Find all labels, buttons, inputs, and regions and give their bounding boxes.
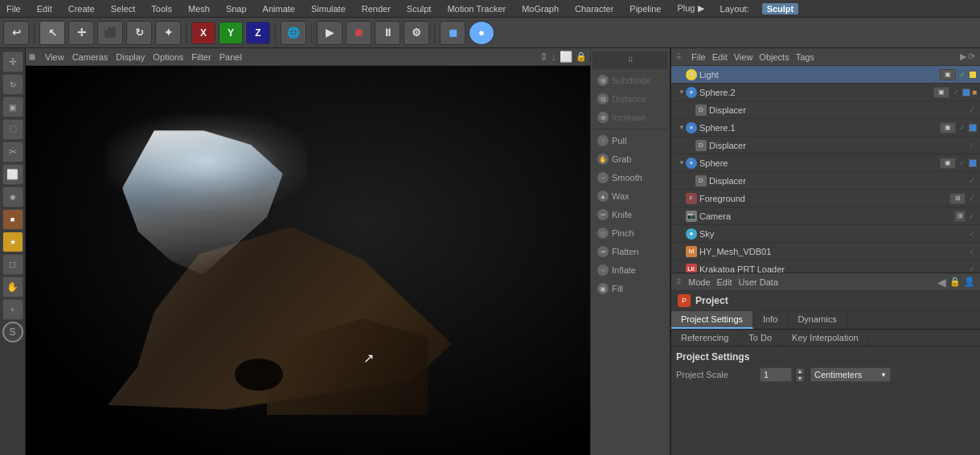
obj-vis-sphere1[interactable]: ▣ <box>940 122 956 133</box>
props-header-mode[interactable]: Mode <box>688 277 711 287</box>
obj-vis-fg[interactable]: ⊞ <box>949 193 966 204</box>
transform-tool-button[interactable]: ✦ <box>155 21 181 45</box>
obj-row-displacer2[interactable]: D Displacer ✓ <box>671 137 980 154</box>
obj-header-view[interactable]: View <box>734 52 753 62</box>
tab-key-interpolation[interactable]: Key Interpolation <box>782 330 869 346</box>
scale-down-arrow[interactable]: ▼ <box>796 375 804 382</box>
obj-expand-light[interactable] <box>678 71 686 79</box>
props-header-userdata[interactable]: User Data <box>739 277 779 287</box>
obj-expand-d2[interactable] <box>687 141 695 150</box>
tool-box[interactable]: □ <box>2 254 23 275</box>
tool-poly[interactable]: ▣ <box>2 96 23 117</box>
layout-badge[interactable]: Sculpt <box>762 3 799 14</box>
record-button[interactable]: ⏺ <box>346 21 371 45</box>
scale-input[interactable]: 1 <box>760 367 792 382</box>
axis-y-button[interactable]: Y <box>219 22 243 44</box>
tool-hand[interactable]: ✋ <box>2 277 23 297</box>
obj-expand-cam[interactable] <box>678 212 686 220</box>
obj-row-sphere[interactable]: ▼ ● Sphere ▣ ✓ <box>671 154 980 172</box>
viewport-menu-panel[interactable]: Panel <box>219 52 242 62</box>
obj-expand-fg[interactable] <box>678 195 686 203</box>
obj-header-edit[interactable]: Edit <box>712 52 728 62</box>
obj-row-displacer3[interactable]: D Displacer ✓ <box>671 172 980 190</box>
viewport-canvas[interactable]: ↗ <box>26 66 590 455</box>
obj-expand-d1[interactable] <box>687 106 695 114</box>
play-button[interactable]: ▶ <box>317 21 342 45</box>
obj-row-sphere2[interactable]: ▼ ● Sphere.2 ▣ ✓ ■ <box>671 84 980 101</box>
sculpt-tool-grab[interactable]: ✋ Grab <box>593 150 668 168</box>
sculpt-tool-subdivide[interactable]: ⊞ Subdivide <box>593 72 668 89</box>
menu-motion-tracker[interactable]: Motion Tracker <box>444 4 509 14</box>
obj-enabled-sphere[interactable]: ✓ <box>957 158 967 168</box>
rotate-tool-button[interactable]: ↻ <box>126 21 152 45</box>
view-sphere-button[interactable]: ● <box>469 21 494 45</box>
tab-todo[interactable]: To Do <box>739 330 782 346</box>
obj-row-mesh[interactable]: M HY_Mesh_VDB01 ✓ <box>671 243 980 260</box>
obj-expand-sphere2[interactable]: ▼ <box>678 88 686 96</box>
scale-tool-button[interactable]: ⬛ <box>97 21 123 45</box>
obj-vis-sphere[interactable]: ▣ <box>940 158 956 169</box>
tool-cube[interactable]: ⬜ <box>2 164 23 185</box>
obj-row-light[interactable]: ★ Light ▣ ✓ <box>671 66 980 84</box>
obj-enabled-d2[interactable]: ✓ <box>967 141 977 150</box>
tool-snap[interactable]: ⌖ <box>2 299 23 320</box>
menu-create[interactable]: Create <box>65 4 98 14</box>
sculpt-tool-inflate[interactable]: ○ Inflate <box>593 261 668 279</box>
obj-enabled-light[interactable]: ✓ <box>957 70 967 80</box>
menu-snap[interactable]: Snap <box>223 4 250 14</box>
obj-row-krakatoa[interactable]: LK Krakatoa PRT Loader ✓ <box>671 260 980 273</box>
move-tool-button[interactable]: ✛ <box>68 21 94 45</box>
sculpt-tool-flatten[interactable]: ━ Flatten <box>593 243 668 260</box>
obj-row-camera[interactable]: 📷 Camera ⊞ ✓ <box>671 207 980 225</box>
viewport-lock-icon[interactable]: 🔒 <box>576 51 587 62</box>
tool-sphere2[interactable]: ◉ <box>2 187 23 207</box>
obj-panel-icon-1[interactable]: ▶ <box>960 51 966 62</box>
menu-mograph[interactable]: MoGraph <box>519 4 562 14</box>
obj-row-foreground[interactable]: F Foreground ⊞ ✓ <box>671 190 980 207</box>
sculpt-tool-pinch[interactable]: ◇ Pinch <box>593 224 668 242</box>
tool-move[interactable]: ✛ <box>2 51 23 72</box>
settings-button[interactable]: ⚙ <box>404 21 429 45</box>
menu-plug[interactable]: Plug ▶ <box>674 3 707 14</box>
obj-expand-sky[interactable] <box>678 230 686 238</box>
menu-tools[interactable]: Tools <box>148 4 175 14</box>
obj-enabled-sphere2[interactable]: ✓ <box>951 88 961 97</box>
obj-row-displacer1[interactable]: D Displacer ✓ <box>671 101 980 119</box>
obj-vis-icon[interactable]: ▣ <box>940 69 956 80</box>
obj-expand-mesh[interactable] <box>678 248 686 256</box>
props-header-edit[interactable]: Edit <box>717 277 732 287</box>
viewport-maximize-icon[interactable]: ⬜ <box>560 51 572 63</box>
obj-enabled-krakatoa[interactable]: ✓ <box>967 264 977 273</box>
menu-mesh[interactable]: Mesh <box>185 4 213 14</box>
menu-select[interactable]: Select <box>108 4 139 14</box>
tool-material[interactable]: ■ <box>2 209 23 230</box>
viewport-menu-display[interactable]: Display <box>116 52 145 62</box>
frame-button[interactable]: ⏸ <box>375 21 400 45</box>
obj-vis-sphere2[interactable]: ▣ <box>933 87 949 98</box>
world-button[interactable]: 🌐 <box>281 21 306 45</box>
props-person-icon[interactable]: 👤 <box>964 277 975 287</box>
menu-animate[interactable]: Animate <box>260 4 298 14</box>
obj-expand-sphere1[interactable]: ▼ <box>678 124 686 132</box>
viewport-menu-view[interactable]: View <box>45 52 64 62</box>
obj-expand-d3[interactable] <box>687 177 695 185</box>
sculpt-tool-smooth[interactable]: ~ Smooth <box>593 169 668 187</box>
tab-info[interactable]: Info <box>753 311 788 329</box>
menu-pipeline[interactable]: Pipeline <box>626 4 664 14</box>
tool-knife[interactable]: ✂ <box>2 141 23 162</box>
obj-enabled-d3[interactable]: ✓ <box>967 176 977 186</box>
viewport-menu-cameras[interactable]: Cameras <box>72 52 109 62</box>
tab-project-settings[interactable]: Project Settings <box>671 311 753 329</box>
obj-expand-sphere[interactable]: ▼ <box>678 159 686 167</box>
props-arrow-icon[interactable]: ◀ <box>937 276 946 289</box>
sculpt-tool-wax[interactable]: ▲ Wax <box>593 187 668 205</box>
axis-x-button[interactable]: X <box>191 22 215 44</box>
obj-row-sky[interactable]: ● Sky ✓ <box>671 225 980 243</box>
view-box-button[interactable]: ◼ <box>440 21 465 45</box>
obj-enabled-mesh[interactable]: ✓ <box>967 247 977 256</box>
obj-enabled-d1[interactable]: ✓ <box>967 105 977 115</box>
viewport-menu-filter[interactable]: Filter <box>191 52 211 62</box>
menu-edit[interactable]: Edit <box>34 4 55 14</box>
obj-enabled-sphere1[interactable]: ✓ <box>957 123 967 133</box>
units-select[interactable]: Centimeters ▼ <box>810 367 891 382</box>
